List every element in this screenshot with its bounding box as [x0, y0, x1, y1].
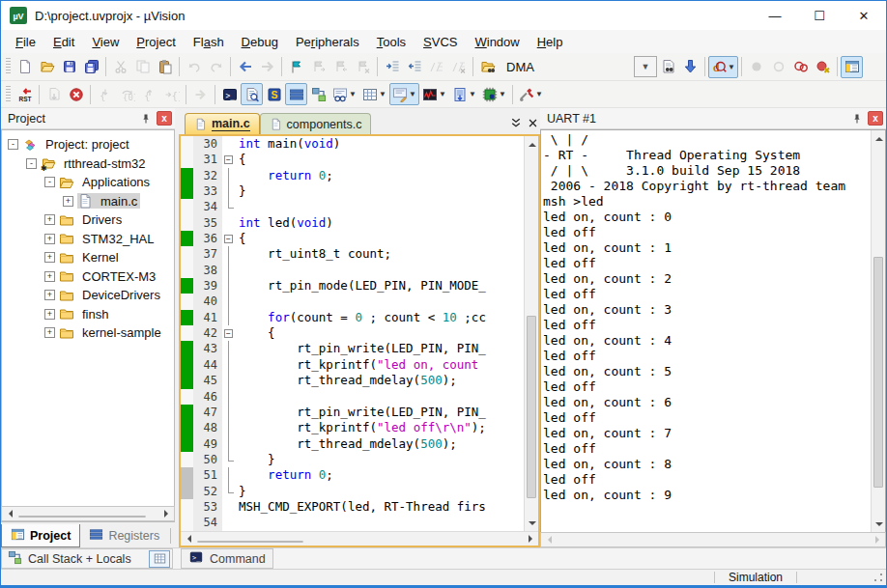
analysis-windows-icon[interactable]: ▼: [419, 83, 449, 105]
tree-item-project-project[interactable]: -Project: project: [2, 135, 174, 154]
find-in-files-icon[interactable]: [657, 56, 679, 78]
expander-expand-icon[interactable]: +: [44, 234, 55, 244]
menu-tools[interactable]: Tools: [368, 32, 415, 52]
run-icon[interactable]: [189, 83, 212, 105]
tree-item-kernel[interactable]: +Kernel: [2, 248, 174, 267]
menu-peripherals[interactable]: Peripherals: [287, 32, 368, 52]
fold-collapse-icon[interactable]: −: [222, 152, 236, 167]
tree-item-rtthread-stm32[interactable]: -✱rtthread-stm32: [2, 154, 174, 174]
breakpoint-disable-all-icon[interactable]: [789, 56, 812, 78]
menu-debug[interactable]: Debug: [233, 32, 287, 52]
run-to-cursor-line-icon[interactable]: {}: [160, 83, 183, 105]
paste-icon[interactable]: [154, 56, 176, 78]
scroll-right-icon[interactable]: [524, 532, 538, 546]
lookup-icon[interactable]: d▼: [708, 56, 738, 78]
toolbar-grip[interactable]: [6, 58, 11, 75]
step-into-icon[interactable]: { }: [94, 83, 116, 105]
scroll-right-icon[interactable]: [871, 533, 885, 547]
redo-icon[interactable]: [205, 56, 227, 78]
menu-project[interactable]: Project: [128, 32, 184, 52]
scroll-left-icon[interactable]: [541, 533, 556, 547]
fold-collapse-icon[interactable]: −: [222, 231, 236, 246]
project-hscrollbar[interactable]: [1, 506, 175, 521]
uart-hscrollbar[interactable]: [540, 532, 886, 547]
call-stack-locals-button[interactable]: Call Stack + Locals: [1, 548, 173, 569]
editor-hscrollbar[interactable]: [181, 531, 538, 546]
toolbox-icon[interactable]: ▼: [516, 83, 546, 105]
serial-windows-icon[interactable]: ▼: [389, 83, 419, 105]
close-document-icon[interactable]: [528, 118, 538, 129]
tree-item-main-c[interactable]: +main.c: [2, 192, 174, 211]
expander-collapse-icon[interactable]: -: [8, 139, 18, 150]
scroll-up-icon[interactable]: [525, 136, 539, 151]
breakpoint-kill-all-icon[interactable]: [812, 56, 834, 78]
menu-help[interactable]: Help: [529, 32, 572, 52]
open-file-icon[interactable]: [36, 56, 58, 78]
tree-item-applications[interactable]: -Applications: [2, 173, 174, 192]
tab-registers[interactable]: Registers: [80, 524, 168, 547]
uncomment-selection-icon[interactable]: //: [447, 56, 470, 78]
show-next-statement-icon[interactable]: [43, 83, 65, 105]
scroll-right-icon[interactable]: [159, 507, 174, 521]
tab-command[interactable]: >_ Command: [181, 548, 273, 569]
menu-edit[interactable]: Edit: [44, 32, 83, 52]
fold-collapse-icon[interactable]: −: [222, 325, 236, 341]
navigate-back-icon[interactable]: [234, 56, 256, 78]
bookmark-toggle-icon[interactable]: [285, 56, 307, 78]
editor-tab-main-c[interactable]: main.c: [185, 113, 260, 134]
memory-windows-icon[interactable]: ▼: [359, 83, 389, 105]
uart-terminal[interactable]: \ | /- RT - Thread Operating System / | …: [541, 130, 871, 532]
expander-expand-icon[interactable]: +: [44, 252, 55, 263]
menu-window[interactable]: Window: [466, 32, 528, 52]
expander-expand-icon[interactable]: +: [44, 327, 55, 338]
expander-expand-icon[interactable]: +: [44, 309, 55, 320]
symbols-window-icon[interactable]: S: [263, 83, 285, 105]
scroll-thumb[interactable]: [18, 516, 146, 518]
navigate-forward-icon[interactable]: [256, 56, 278, 78]
indent-icon[interactable]: [381, 56, 403, 78]
search-combo-dropdown-icon[interactable]: ▼: [634, 56, 657, 77]
bookmark-previous-icon[interactable]: [329, 56, 352, 78]
command-window-icon[interactable]: >_: [218, 83, 241, 105]
call-stack-window-icon[interactable]: [307, 83, 329, 105]
watch-windows-icon[interactable]: ▼: [329, 83, 359, 105]
menu-svcs[interactable]: SVCS: [415, 32, 466, 52]
step-out-icon[interactable]: { }: [138, 83, 160, 105]
tree-item-stm32-hal[interactable]: +STM32_HAL: [2, 230, 174, 249]
editor-vscrollbar[interactable]: [524, 136, 538, 531]
uart-vscrollbar[interactable]: [871, 130, 885, 532]
tree-item-drivers[interactable]: +Drivers: [2, 210, 174, 230]
system-viewer-windows-icon[interactable]: ▼: [479, 83, 509, 105]
scroll-thumb[interactable]: [527, 316, 536, 499]
close-button[interactable]: ✕: [842, 1, 886, 30]
menu-flash[interactable]: Flash: [185, 32, 233, 52]
find-in-files-folder-icon[interactable]: [476, 56, 499, 78]
editor-tab-components-c[interactable]: components.c: [260, 113, 372, 134]
pin-icon[interactable]: [138, 111, 154, 126]
cut-icon[interactable]: [109, 56, 131, 78]
maximize-button[interactable]: ☐: [797, 1, 842, 30]
step-over-icon[interactable]: {0}: [116, 83, 138, 105]
expander-expand-icon[interactable]: +: [44, 214, 55, 225]
scroll-left-icon[interactable]: [181, 532, 195, 546]
menu-view[interactable]: View: [83, 32, 128, 52]
tree-item-cortex-m3[interactable]: +CORTEX-M3: [2, 267, 174, 287]
new-file-icon[interactable]: [14, 56, 36, 78]
registers-window-icon[interactable]: [285, 83, 307, 105]
reset-cpu-icon[interactable]: RST: [14, 83, 36, 105]
stop-debug-icon[interactable]: [65, 83, 87, 105]
scroll-down-icon[interactable]: [525, 517, 539, 531]
expander-expand-icon[interactable]: +: [44, 290, 55, 300]
search-combo[interactable]: DMA▼: [499, 56, 657, 77]
tab-project[interactable]: Project: [1, 524, 80, 547]
disassembly-window-icon[interactable]: [241, 83, 263, 105]
breakpoint-enable-disable-icon[interactable]: [767, 56, 789, 78]
bookmark-next-icon[interactable]: [307, 56, 329, 78]
save-icon[interactable]: [58, 56, 80, 78]
expander-collapse-icon[interactable]: -: [44, 177, 55, 187]
undo-icon[interactable]: [183, 56, 205, 78]
toolbar-grip[interactable]: [6, 86, 11, 103]
scroll-left-icon[interactable]: [2, 507, 16, 521]
tree-item-kernel-sample[interactable]: +kernel-sample: [2, 323, 174, 343]
scroll-thumb[interactable]: [197, 541, 303, 543]
